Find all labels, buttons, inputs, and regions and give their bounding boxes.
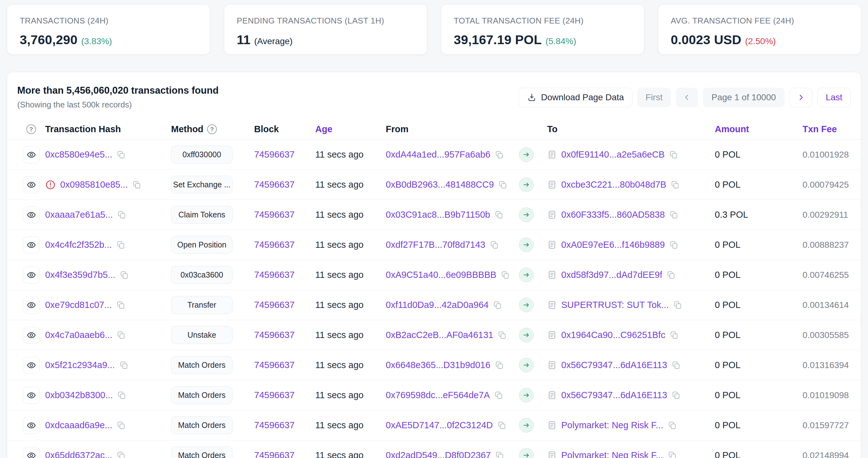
block-link[interactable]: 74596637 bbox=[254, 330, 294, 340]
preview-transaction-button[interactable] bbox=[23, 206, 40, 223]
first-page-button[interactable]: First bbox=[638, 88, 671, 107]
column-age-toggle[interactable]: Age bbox=[315, 124, 386, 134]
column-amount-toggle[interactable]: Amount bbox=[715, 124, 803, 134]
block-link[interactable]: 74596637 bbox=[254, 360, 294, 370]
block-link[interactable]: 74596637 bbox=[254, 209, 294, 220]
copy-hash-button[interactable] bbox=[117, 451, 126, 458]
copy-to-button[interactable] bbox=[669, 150, 678, 159]
row-help-icon[interactable]: ? bbox=[26, 124, 36, 134]
from-address-link[interactable]: 0xA9C51a40...6e09BBBBB bbox=[386, 270, 496, 280]
from-address-link[interactable]: 0x6648e365...D31b9d016 bbox=[386, 360, 490, 370]
preview-transaction-button[interactable] bbox=[23, 387, 40, 404]
transaction-hash-link[interactable]: 0xaaaa7e61a5... bbox=[45, 209, 113, 220]
from-address-link[interactable]: 0xdf27F17B...70f8d7143 bbox=[386, 240, 486, 250]
copy-from-button[interactable] bbox=[498, 330, 507, 339]
copy-hash-button[interactable] bbox=[119, 361, 128, 370]
transaction-hash-link[interactable]: 0x4c7a0aaeb6... bbox=[45, 330, 112, 340]
copy-hash-button[interactable] bbox=[116, 240, 125, 249]
from-address-link[interactable]: 0xB2acC2eB...AF0a46131 bbox=[386, 330, 493, 340]
copy-from-button[interactable] bbox=[495, 150, 504, 159]
preview-transaction-button[interactable] bbox=[23, 297, 40, 314]
preview-transaction-button[interactable] bbox=[23, 236, 40, 254]
copy-from-button[interactable] bbox=[495, 361, 504, 370]
copy-from-button[interactable] bbox=[498, 180, 507, 189]
copy-hash-button[interactable] bbox=[117, 391, 126, 400]
block-link[interactable]: 74596637 bbox=[254, 179, 294, 190]
to-address-link[interactable]: Polymarket: Neg Risk F... bbox=[561, 420, 663, 430]
copy-hash-button[interactable] bbox=[117, 150, 126, 159]
from-address-link[interactable]: 0x03C91ac8...B9b71150b bbox=[386, 209, 490, 220]
copy-to-button[interactable] bbox=[668, 451, 677, 458]
block-link[interactable]: 74596637 bbox=[254, 420, 294, 430]
to-address-link[interactable]: SUPERTRUST: SUT Tok... bbox=[561, 300, 669, 310]
to-address-link[interactable]: 0xcbe3C221...80b048d7B bbox=[561, 179, 666, 190]
to-address-link[interactable]: 0x60F333f5...860AD5838 bbox=[561, 209, 665, 220]
from-address-link[interactable]: 0x769598dc...eF564de7A bbox=[386, 390, 490, 400]
copy-from-button[interactable] bbox=[501, 270, 510, 280]
last-page-button[interactable]: Last bbox=[817, 88, 851, 107]
transaction-hash-link[interactable]: 0xb0342b8300... bbox=[45, 390, 113, 400]
to-address-link[interactable]: 0x56C79347...6dA16E113 bbox=[561, 360, 667, 370]
from-address-link[interactable]: 0xAE5D7147...0f2C3124D bbox=[386, 420, 493, 430]
copy-from-button[interactable] bbox=[490, 240, 499, 249]
copy-to-button[interactable] bbox=[672, 391, 681, 400]
copy-hash-button[interactable] bbox=[117, 210, 126, 219]
transaction-hash-link[interactable]: 0x0985810e85... bbox=[60, 179, 128, 190]
preview-transaction-button[interactable] bbox=[23, 357, 40, 374]
block-link[interactable]: 74596637 bbox=[254, 300, 294, 310]
transaction-hash-link[interactable]: 0xc8580e94e5... bbox=[45, 150, 112, 160]
next-page-button[interactable] bbox=[790, 88, 812, 107]
transaction-hash-link[interactable]: 0xdcaaad6a9e... bbox=[45, 420, 112, 430]
preview-transaction-button[interactable] bbox=[23, 447, 40, 458]
from-address-link[interactable]: 0xdA44a1ed...957Fa6ab6 bbox=[386, 150, 490, 160]
block-link[interactable]: 74596637 bbox=[254, 450, 294, 458]
to-address-link[interactable]: 0x56C79347...6dA16E113 bbox=[561, 390, 667, 400]
block-link[interactable]: 74596637 bbox=[254, 390, 294, 400]
preview-transaction-button[interactable] bbox=[23, 327, 40, 344]
transaction-hash-link[interactable]: 0x65dd6372ac... bbox=[45, 450, 112, 458]
copy-hash-button[interactable] bbox=[116, 300, 125, 309]
download-page-data-button[interactable]: Download Page Data bbox=[519, 88, 632, 107]
from-address-link[interactable]: 0xB0dB2963...481488CC9 bbox=[386, 179, 494, 190]
copy-to-button[interactable] bbox=[670, 330, 679, 339]
preview-transaction-button[interactable] bbox=[23, 267, 40, 284]
copy-to-button[interactable] bbox=[668, 421, 677, 430]
preview-transaction-button[interactable] bbox=[23, 146, 40, 163]
copy-to-button[interactable] bbox=[669, 210, 678, 219]
prev-page-button[interactable] bbox=[676, 88, 698, 107]
copy-hash-button[interactable] bbox=[117, 421, 126, 430]
copy-to-button[interactable] bbox=[666, 270, 676, 280]
preview-transaction-button[interactable] bbox=[23, 417, 40, 434]
preview-transaction-button[interactable] bbox=[23, 176, 40, 193]
to-address-link[interactable]: Polymarket: Neg Risk F... bbox=[561, 450, 663, 458]
to-address-link[interactable]: 0xd58f3d97...dAd7dEE9f bbox=[561, 270, 662, 280]
copy-to-button[interactable] bbox=[669, 240, 678, 249]
transaction-hash-link[interactable]: 0x4c4fc2f352b... bbox=[45, 240, 112, 250]
copy-hash-button[interactable] bbox=[132, 180, 141, 189]
copy-from-button[interactable] bbox=[495, 451, 504, 458]
copy-to-button[interactable] bbox=[671, 180, 680, 189]
block-link[interactable]: 74596637 bbox=[254, 150, 294, 160]
transaction-hash-link[interactable]: 0x4f3e359d7b5... bbox=[45, 270, 115, 280]
copy-from-button[interactable] bbox=[493, 300, 502, 309]
copy-hash-button[interactable] bbox=[117, 330, 126, 339]
copy-from-button[interactable] bbox=[494, 210, 503, 219]
to-address-link[interactable]: 0x0fE91140...a2e5a6eCB bbox=[561, 150, 664, 160]
transaction-hash-link[interactable]: 0xe79cd81c07... bbox=[45, 300, 112, 310]
from-address-link[interactable]: 0xd2adD549...D8f0D2367 bbox=[386, 450, 491, 458]
copy-from-button[interactable] bbox=[494, 391, 503, 400]
transactions-count-subtitle: (Showing the last 500k records) bbox=[17, 100, 219, 110]
block-link[interactable]: 74596637 bbox=[254, 270, 294, 280]
method-help-icon[interactable]: ? bbox=[207, 124, 217, 134]
to-address-link[interactable]: 0x1964Ca90...C96251Bfc bbox=[561, 330, 665, 340]
to-address-link[interactable]: 0xA0E97eE6...f146b9889 bbox=[561, 240, 665, 250]
copy-to-button[interactable] bbox=[673, 300, 682, 309]
amount-text: 0 POL bbox=[715, 330, 803, 340]
from-address-link[interactable]: 0xf11d0Da9...42aD0a964 bbox=[386, 300, 489, 310]
block-link[interactable]: 74596637 bbox=[254, 240, 294, 250]
column-txn-fee-toggle[interactable]: Txn Fee bbox=[803, 124, 851, 134]
transaction-hash-link[interactable]: 0x5f21c2934a9... bbox=[45, 360, 115, 370]
copy-to-button[interactable] bbox=[672, 361, 681, 370]
copy-from-button[interactable] bbox=[497, 421, 506, 430]
copy-hash-button[interactable] bbox=[120, 270, 129, 280]
